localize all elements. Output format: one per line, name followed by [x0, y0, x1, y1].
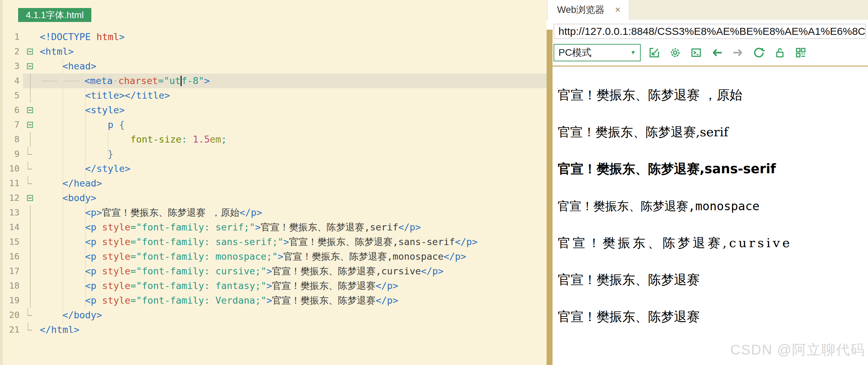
code-text: </head>: [37, 176, 547, 191]
code-text: <meta·charset="utf-8">: [37, 74, 547, 88]
forward-arrow-icon[interactable]: [731, 46, 745, 59]
code-line[interactable]: 7 p {: [0, 117, 547, 132]
code-line[interactable]: 17 <p style="font-family: cursive;">官宣！樊…: [0, 264, 547, 279]
chevron-down-icon: ▼: [630, 50, 636, 56]
code-text: <title></title>: [37, 88, 547, 103]
fold-guide: [23, 220, 37, 235]
browser-tab-label: Web浏览器: [557, 3, 604, 16]
preview-paragraph-sans-serif: 官宣！樊振东、陈梦退赛,sans-serif: [558, 161, 865, 177]
preview-paragraph-default: 官宣！樊振东、陈梦退赛 ，原始: [558, 88, 865, 103]
line-number: 2: [0, 44, 23, 59]
filename-tab[interactable]: 4.1.1字体.html: [18, 8, 91, 22]
refresh-icon[interactable]: [752, 46, 766, 59]
editor-pane: 4.1.1字体.html 1<!DOCTYPE html>2<html>3 <h…: [0, 0, 547, 365]
fold-guide: [23, 322, 37, 337]
code-line[interactable]: 16 <p style="font-family: monospace;">官宣…: [0, 249, 547, 264]
code-text: <style>: [37, 103, 547, 117]
code-line[interactable]: 11 </head>: [0, 176, 547, 191]
fold-guide: [23, 205, 37, 220]
fold-toggle-icon[interactable]: [23, 117, 37, 132]
code-line[interactable]: 20 </body>: [0, 308, 547, 322]
line-number: 15: [0, 235, 23, 249]
browser-tab[interactable]: Web浏览器 ×: [548, 0, 629, 20]
fold-guide: [23, 293, 37, 308]
preview-paragraphs: 官宣！樊振东、陈梦退赛 ，原始官宣！樊振东、陈梦退赛,serif官宣！樊振东、陈…: [558, 88, 865, 325]
fold-guide: [23, 147, 37, 161]
toolbar-icons: [648, 46, 807, 59]
code-line[interactable]: 2<html>: [0, 44, 547, 59]
settings-gear-icon[interactable]: [669, 46, 682, 59]
code-line[interactable]: 12 <body>: [0, 191, 547, 205]
fold-guide: [23, 74, 37, 88]
code-line[interactable]: 4<meta·charset="utf-8">: [0, 74, 547, 88]
line-number: 18: [0, 279, 23, 293]
code-text: <p style="font-family: Verdana;">官宣！樊振东、…: [37, 293, 547, 308]
line-number: 19: [0, 293, 23, 308]
fold-guide: [23, 264, 37, 279]
line-number: 12: [0, 191, 23, 205]
code-line[interactable]: 10 </style>: [0, 161, 547, 176]
code-line[interactable]: 15 <p style="font-family: sans-serif;">官…: [0, 235, 547, 249]
line-number: 20: [0, 308, 23, 322]
code-line[interactable]: 21</html>: [0, 322, 547, 337]
code-text: }: [37, 147, 547, 161]
fold-guide: [23, 88, 37, 103]
line-number: 9: [0, 147, 23, 161]
qr-grid-icon[interactable]: [794, 46, 807, 59]
fold-toggle-icon[interactable]: [23, 44, 37, 59]
code-text: p {: [37, 117, 547, 132]
fold-toggle-icon[interactable]: [23, 103, 37, 117]
code-line[interactable]: 6 <style>: [0, 103, 547, 117]
unlock-icon[interactable]: [773, 46, 786, 59]
back-arrow-icon[interactable]: [710, 46, 724, 59]
terminal-icon[interactable]: [690, 46, 703, 59]
code-line[interactable]: 9 }: [0, 147, 547, 161]
url-input[interactable]: http://127.0.0.1:8848/CSS3%E8%AE%BE%E8%A…: [554, 24, 866, 39]
url-row: http://127.0.0.1:8848/CSS3%E8%AE%BE%E8%A…: [547, 20, 868, 41]
code-line[interactable]: 19 <p style="font-family: Verdana;">官宣！樊…: [0, 293, 547, 308]
preview-paragraph-monospace: 官宣！樊振东、陈梦退赛,monospace: [558, 198, 865, 214]
filename-tab-label: 4.1.1字体.html: [26, 10, 84, 20]
line-number: 5: [0, 88, 23, 103]
preview-paragraph-fantasy: 官宣！樊振东、陈梦退赛: [558, 272, 865, 288]
line-number: 6: [0, 103, 23, 117]
pane-splitter[interactable]: [547, 30, 553, 365]
open-in-browser-icon[interactable]: [648, 46, 661, 59]
close-icon[interactable]: ×: [615, 4, 620, 15]
code-line[interactable]: 18 <p style="font-family: fantasy;">官宣！樊…: [0, 279, 547, 293]
fold-guide: [23, 279, 37, 293]
code-text: <p style="font-family: cursive;">官宣！樊振东、…: [37, 264, 547, 279]
fold-guide: [23, 249, 37, 264]
code-text: <head>: [37, 59, 547, 74]
code-text: </html>: [37, 322, 547, 337]
line-number: 10: [0, 161, 23, 176]
watermark: CSDN @阿立聊代码: [730, 340, 865, 359]
code-line[interactable]: 1<!DOCTYPE html>: [0, 30, 547, 44]
fold-guide: [23, 308, 37, 322]
browser-toolbar: PC模式 ▼: [547, 41, 868, 66]
code-text: <p style="font-family: fantasy;">官宣！樊振东、…: [37, 279, 547, 293]
line-number: 14: [0, 220, 23, 235]
code-text: </style>: [37, 161, 547, 176]
pc-mode-label: PC模式: [558, 46, 592, 59]
fold-toggle-icon[interactable]: [23, 59, 37, 74]
preview-paragraph-serif: 官宣！樊振东、陈梦退赛,serif: [558, 124, 865, 140]
code-line[interactable]: 13 <p>官宣！樊振东、陈梦退赛 ，原始</p>: [0, 205, 547, 220]
line-number: 7: [0, 117, 23, 132]
line-number: 8: [0, 132, 23, 147]
code-lines[interactable]: 1<!DOCTYPE html>2<html>3 <head>4<meta·ch…: [0, 30, 547, 337]
line-number: 3: [0, 59, 23, 74]
fold-toggle-icon[interactable]: [23, 191, 37, 205]
code-line[interactable]: 3 <head>: [0, 59, 547, 74]
code-line[interactable]: 5 <title></title>: [0, 88, 547, 103]
code-text: <p style="font-family: sans-serif;">官宣！樊…: [37, 235, 547, 249]
fold-guide: [23, 161, 37, 176]
code-text: <body>: [37, 191, 547, 205]
preview-paragraph-cursive: 官宣！樊振东、陈梦退赛,cursive: [558, 235, 865, 251]
fold-guide: [23, 235, 37, 249]
code-line[interactable]: 14 <p style="font-family: serif;">官宣！樊振东…: [0, 220, 547, 235]
line-number: 21: [0, 322, 23, 337]
app-window: 4.1.1字体.html 1<!DOCTYPE html>2<html>3 <h…: [0, 0, 868, 365]
pc-mode-select[interactable]: PC模式 ▼: [554, 44, 641, 61]
code-line[interactable]: 8 font-size: 1.5em;: [0, 132, 547, 147]
